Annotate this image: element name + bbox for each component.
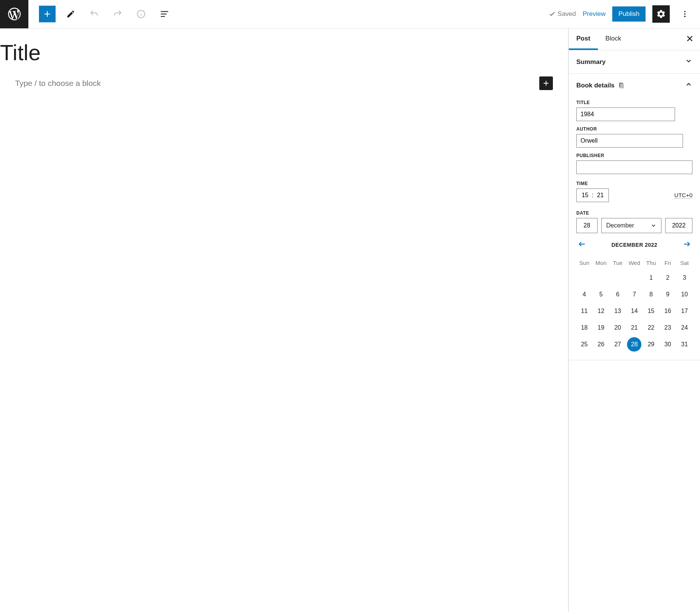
calendar-day[interactable]: 16 — [661, 304, 675, 318]
calendar-day[interactable]: 5 — [594, 287, 608, 302]
panel-summary-header[interactable]: Summary — [569, 50, 700, 73]
tab-post[interactable]: Post — [569, 28, 598, 50]
chevron-down-icon — [685, 57, 692, 67]
publisher-field-label: PUBLISHER — [576, 153, 692, 158]
post-title-input[interactable] — [0, 40, 568, 65]
date-month-select[interactable]: December — [601, 218, 661, 233]
wordpress-logo[interactable] — [0, 0, 28, 28]
calendar-day[interactable]: 15 — [644, 304, 658, 318]
time-hour-input[interactable] — [580, 192, 590, 199]
close-sidebar-button[interactable] — [686, 34, 694, 44]
block-placeholder[interactable]: Type / to choose a block — [15, 79, 539, 88]
calendar-day[interactable]: 26 — [594, 337, 608, 352]
editor-canvas: Type / to choose a block — [0, 28, 568, 612]
calendar-day[interactable]: 12 — [594, 304, 608, 318]
time-minute-input[interactable] — [596, 192, 605, 199]
author-field-input[interactable] — [576, 134, 683, 148]
calendar-day[interactable]: 8 — [644, 287, 658, 302]
calendar-day[interactable]: 17 — [677, 304, 692, 318]
preview-button[interactable]: Preview — [583, 10, 605, 18]
calendar-empty-cell — [577, 271, 591, 285]
calendar-day[interactable]: 20 — [610, 321, 625, 335]
options-button[interactable] — [677, 6, 693, 22]
svg-rect-5 — [161, 16, 165, 17]
settings-button[interactable] — [652, 5, 670, 23]
tab-block[interactable]: Block — [598, 28, 629, 50]
calendar-header: DECEMBER 2022 — [576, 233, 692, 257]
svg-point-7 — [684, 13, 686, 15]
calendar-day[interactable]: 10 — [677, 287, 692, 302]
time-field-label: TIME — [576, 181, 692, 186]
calendar-day[interactable]: 19 — [594, 321, 608, 335]
calendar-next-button[interactable] — [681, 238, 692, 251]
calendar-prev-button[interactable] — [576, 238, 588, 251]
time-input-group: : — [576, 188, 609, 202]
panel-book-details-label: Book details — [576, 82, 615, 89]
calendar-day[interactable]: 2 — [661, 271, 675, 285]
calendar-empty-cell — [594, 271, 608, 285]
calendar-dow: Mon — [593, 257, 609, 269]
main-layout: Type / to choose a block Post Block Summ… — [0, 28, 700, 612]
calendar-day[interactable]: 24 — [677, 321, 692, 335]
calendar-empty-cell — [627, 271, 641, 285]
calendar-day[interactable]: 9 — [661, 287, 675, 302]
sidebar-tabs: Post Block — [569, 28, 700, 50]
date-month-value: December — [606, 222, 634, 229]
calendar-day[interactable]: 13 — [610, 304, 625, 318]
calendar-dow: Sun — [576, 257, 592, 269]
toolbar-left — [28, 6, 173, 22]
edit-mode-button[interactable] — [62, 6, 79, 22]
svg-point-6 — [684, 11, 686, 12]
author-field-label: AUTHOR — [576, 126, 692, 132]
panel-summary: Summary — [569, 50, 700, 74]
chevron-up-icon — [685, 81, 692, 90]
list-view-button[interactable] — [156, 6, 173, 22]
panel-book-details-header[interactable]: Book details — [569, 74, 700, 97]
redo-button[interactable] — [109, 6, 126, 22]
calendar-day[interactable]: 11 — [577, 304, 591, 318]
publish-button[interactable]: Publish — [612, 6, 646, 22]
date-year-input[interactable] — [665, 218, 692, 233]
svg-point-8 — [684, 16, 686, 17]
undo-button[interactable] — [86, 6, 102, 22]
calendar-day[interactable]: 6 — [610, 287, 625, 302]
panel-book-details-body: TITLE AUTHOR PUBLISHER TIME : UTC+0 — [569, 100, 700, 360]
timezone-link[interactable]: UTC+0 — [674, 192, 692, 199]
calendar-day[interactable]: 4 — [577, 287, 591, 302]
publisher-field-input[interactable] — [576, 160, 692, 174]
calendar-dow: Tue — [610, 257, 625, 269]
details-button[interactable] — [133, 6, 149, 22]
calendar-day[interactable]: 28 — [627, 337, 641, 352]
saved-indicator: Saved — [549, 10, 576, 18]
title-field-label: TITLE — [576, 100, 692, 105]
add-block-button[interactable] — [539, 76, 553, 90]
calendar-dow: Fri — [660, 257, 676, 269]
date-day-input[interactable] — [576, 218, 598, 233]
calendar-dow: Thu — [643, 257, 659, 269]
calendar-day[interactable]: 29 — [644, 337, 658, 352]
calendar-day[interactable]: 27 — [610, 337, 625, 352]
title-field-input[interactable] — [576, 107, 675, 121]
svg-rect-3 — [161, 11, 168, 12]
calendar-day[interactable]: 21 — [627, 321, 641, 335]
svg-rect-12 — [620, 84, 624, 89]
calendar-day[interactable]: 30 — [661, 337, 675, 352]
calendar-grid: SunMonTueWedThuFriSat1234567891011121314… — [576, 257, 692, 352]
book-icon — [618, 82, 625, 89]
calendar-day[interactable]: 1 — [644, 271, 658, 285]
calendar-day[interactable]: 14 — [627, 304, 641, 318]
calendar-day[interactable]: 3 — [677, 271, 692, 285]
calendar-empty-cell — [610, 271, 625, 285]
toolbar-right: Saved Preview Publish — [549, 5, 700, 23]
calendar-dow: Sat — [677, 257, 692, 269]
calendar-day[interactable]: 22 — [644, 321, 658, 335]
block-inserter-button[interactable] — [39, 6, 56, 22]
svg-rect-4 — [161, 14, 166, 14]
calendar-day[interactable]: 31 — [677, 337, 692, 352]
saved-label: Saved — [558, 10, 576, 18]
calendar-day[interactable]: 25 — [577, 337, 591, 352]
settings-sidebar: Post Block Summary Book details — [568, 28, 700, 612]
calendar-day[interactable]: 18 — [577, 321, 591, 335]
calendar-day[interactable]: 7 — [627, 287, 641, 302]
calendar-day[interactable]: 23 — [661, 321, 675, 335]
